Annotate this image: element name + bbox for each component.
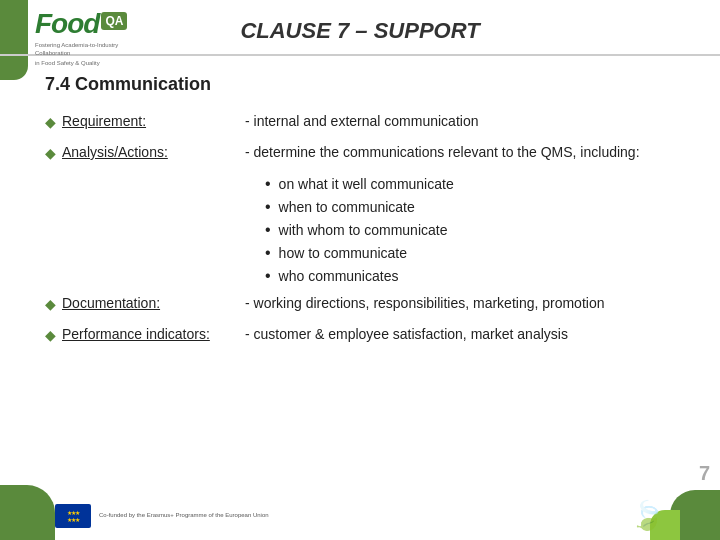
logo-subtitle: Fostering Academia-to-Industry Collabora…: [35, 42, 155, 58]
logo-food-text: Food: [35, 8, 99, 40]
footer-logo-area: ★★★★★★ Co-funded by the Erasmus+ Program…: [55, 504, 269, 528]
footer-right-icon: 🍃: [630, 499, 665, 532]
requirement-content: - internal and external communication: [245, 113, 675, 129]
bullet-item-5: who communicates: [265, 267, 675, 285]
bg-decoration-bottom-left: [0, 485, 55, 540]
diamond-icon-2: ◆: [45, 145, 56, 161]
documentation-label: Documentation:: [62, 295, 160, 311]
diamond-icon-1: ◆: [45, 114, 56, 130]
bullet-item-4: how to communicate: [265, 244, 675, 262]
footer-cofunded-text: Co-funded by the Erasmus+ Programme of t…: [99, 511, 269, 519]
performance-content: - customer & employee satisfaction, mark…: [245, 326, 675, 342]
header: Food QA Fostering Academia-to-Industry C…: [0, 0, 720, 56]
logo-area: Food QA Fostering Academia-to-Industry C…: [35, 8, 155, 67]
bullet-item-1: on what it well communicate: [265, 175, 675, 193]
logo-qa-box: QA: [101, 12, 127, 30]
documentation-label-container: ◆ Documentation:: [45, 295, 245, 312]
diamond-icon-3: ◆: [45, 296, 56, 312]
performance-row: ◆ Performance indicators: - customer & e…: [45, 326, 675, 343]
bullet-item-2: when to communicate: [265, 198, 675, 216]
requirement-label: Requirement:: [62, 113, 146, 129]
section-title: 7.4 Communication: [45, 74, 675, 95]
bullet-text-2: when to communicate: [279, 199, 415, 215]
analysis-row: ◆ Analysis/Actions: - determine the comm…: [45, 144, 675, 161]
documentation-row: ◆ Documentation: - working directions, r…: [45, 295, 675, 312]
bullet-text-5: who communicates: [279, 268, 399, 284]
requirement-row: ◆ Requirement: - internal and external c…: [45, 113, 675, 130]
logo: Food QA: [35, 8, 127, 40]
eu-flag: ★★★★★★: [55, 504, 91, 528]
main-content: 7.4 Communication ◆ Requirement: - inter…: [0, 64, 720, 367]
bullet-text-3: with whom to communicate: [279, 222, 448, 238]
bullet-text-4: how to communicate: [279, 245, 407, 261]
requirement-label-container: ◆ Requirement:: [45, 113, 245, 130]
bullet-list: on what it well communicate when to comm…: [265, 175, 675, 285]
analysis-label-container: ◆ Analysis/Actions:: [45, 144, 245, 161]
bullet-text-1: on what it well communicate: [279, 176, 454, 192]
diamond-icon-4: ◆: [45, 327, 56, 343]
documentation-content: - working directions, responsibilities, …: [245, 295, 675, 311]
analysis-label: Analysis/Actions:: [62, 144, 168, 160]
analysis-content: - determine the communications relevant …: [245, 144, 675, 160]
footer: ★★★★★★ Co-funded by the Erasmus+ Program…: [55, 499, 665, 532]
eu-stars: ★★★★★★: [67, 509, 79, 523]
performance-label-container: ◆ Performance indicators:: [45, 326, 245, 343]
bullet-item-3: with whom to communicate: [265, 221, 675, 239]
page-number: 7: [699, 462, 710, 485]
page-title: CLAUSE 7 – SUPPORT: [240, 18, 479, 44]
performance-label: Performance indicators:: [62, 326, 210, 342]
logo-subtitle-2: in Food Safety & Quality: [35, 60, 100, 68]
